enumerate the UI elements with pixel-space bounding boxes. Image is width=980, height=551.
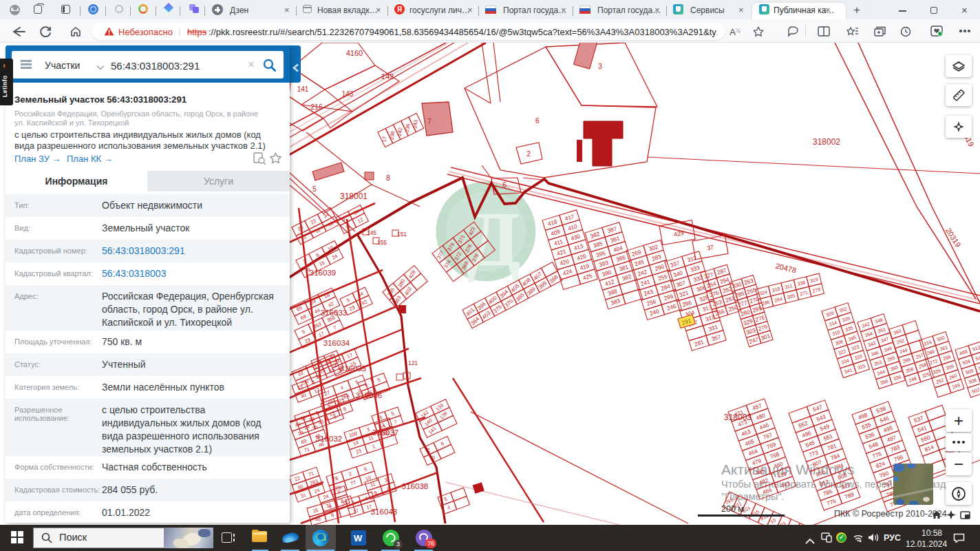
svg-text:361: 361 xyxy=(939,344,948,351)
svg-text:5: 5 xyxy=(376,377,381,384)
svg-text:814: 814 xyxy=(924,444,935,453)
svg-text:255: 255 xyxy=(657,273,668,282)
svg-text:24: 24 xyxy=(322,493,330,501)
svg-text:768: 768 xyxy=(769,451,780,460)
svg-text:385: 385 xyxy=(593,240,604,249)
svg-text:794: 794 xyxy=(833,462,844,471)
svg-text:547: 547 xyxy=(812,404,823,413)
svg-text:24: 24 xyxy=(313,487,321,495)
svg-text:33: 33 xyxy=(308,415,316,423)
svg-text:463: 463 xyxy=(741,428,752,437)
svg-text:314: 314 xyxy=(829,320,838,326)
svg-text:238: 238 xyxy=(389,131,396,140)
svg-text:339: 339 xyxy=(842,315,851,322)
svg-text:781: 781 xyxy=(827,443,838,452)
svg-text:265: 265 xyxy=(746,287,757,295)
svg-text:40: 40 xyxy=(299,392,307,399)
svg-text:236: 236 xyxy=(404,123,411,132)
svg-text:509: 509 xyxy=(965,368,974,375)
svg-text:318003: 318003 xyxy=(724,413,752,422)
svg-text:357: 357 xyxy=(711,334,722,343)
svg-text:240: 240 xyxy=(649,308,660,317)
svg-text:466: 466 xyxy=(762,487,773,496)
svg-text:249: 249 xyxy=(952,382,961,389)
svg-text:289: 289 xyxy=(926,349,935,355)
svg-text:326: 326 xyxy=(933,368,941,375)
svg-text:31: 31 xyxy=(299,492,307,499)
svg-text:786: 786 xyxy=(822,488,833,497)
svg-text:34: 34 xyxy=(352,208,360,216)
svg-text:308: 308 xyxy=(835,339,844,346)
svg-text:545: 545 xyxy=(805,439,816,448)
svg-text:34: 34 xyxy=(322,211,330,220)
svg-text:268: 268 xyxy=(942,354,951,361)
svg-text:121: 121 xyxy=(408,360,418,366)
svg-text:4: 4 xyxy=(447,504,451,511)
svg-text:142: 142 xyxy=(381,72,394,81)
svg-text:382: 382 xyxy=(590,231,601,240)
svg-text:8: 8 xyxy=(386,174,390,182)
svg-text:242: 242 xyxy=(396,127,403,136)
svg-text:390: 390 xyxy=(601,269,612,278)
svg-text:5: 5 xyxy=(301,329,306,335)
svg-text:321: 321 xyxy=(679,289,690,298)
svg-text:546: 546 xyxy=(879,415,890,424)
svg-text:285: 285 xyxy=(734,290,745,299)
svg-text:496: 496 xyxy=(801,430,812,439)
svg-text:425: 425 xyxy=(582,273,593,282)
svg-text:495: 495 xyxy=(882,425,893,434)
svg-text:424: 424 xyxy=(562,268,573,277)
svg-text:6: 6 xyxy=(535,116,540,125)
svg-text:421: 421 xyxy=(556,248,567,257)
svg-text:216: 216 xyxy=(310,103,323,111)
svg-text:42: 42 xyxy=(361,298,368,306)
svg-text:4: 4 xyxy=(339,384,344,391)
svg-text:316038: 316038 xyxy=(402,482,428,490)
svg-text:316039: 316039 xyxy=(310,269,336,277)
svg-text:300: 300 xyxy=(936,335,945,342)
svg-text:145: 145 xyxy=(367,229,376,236)
svg-text:381: 381 xyxy=(619,264,630,273)
svg-text:497: 497 xyxy=(886,435,897,444)
svg-text:316: 316 xyxy=(923,340,932,346)
svg-text:305: 305 xyxy=(787,293,796,300)
svg-text:374: 374 xyxy=(443,259,452,269)
svg-text:419: 419 xyxy=(579,262,590,271)
svg-text:260: 260 xyxy=(948,373,957,380)
svg-text:269: 269 xyxy=(631,249,642,258)
svg-text:548: 548 xyxy=(868,441,879,450)
svg-text:335: 335 xyxy=(844,325,853,332)
svg-text:342: 342 xyxy=(861,322,870,329)
svg-text:808: 808 xyxy=(837,472,848,481)
svg-text:24: 24 xyxy=(331,253,339,261)
svg-text:5: 5 xyxy=(312,185,317,193)
svg-text:333: 333 xyxy=(690,264,701,273)
svg-text:787: 787 xyxy=(882,480,893,489)
svg-text:244: 244 xyxy=(899,347,908,354)
svg-text:20478: 20478 xyxy=(775,262,798,275)
svg-text:812: 812 xyxy=(819,479,830,488)
svg-text:316036: 316036 xyxy=(356,391,382,399)
svg-text:460: 460 xyxy=(773,461,784,470)
svg-text:378: 378 xyxy=(471,253,480,263)
svg-text:341: 341 xyxy=(844,367,853,374)
svg-text:391: 391 xyxy=(610,235,621,244)
svg-text:337: 337 xyxy=(670,260,681,269)
svg-text:482: 482 xyxy=(758,477,769,486)
svg-text:356: 356 xyxy=(880,378,888,385)
svg-text:17: 17 xyxy=(313,386,321,394)
svg-text:426: 426 xyxy=(576,253,587,262)
svg-text:2: 2 xyxy=(426,446,431,453)
svg-text:355: 355 xyxy=(886,355,895,362)
svg-text:266: 266 xyxy=(714,308,725,317)
svg-text:510: 510 xyxy=(975,354,980,361)
svg-text:331: 331 xyxy=(707,324,718,333)
svg-text:256: 256 xyxy=(646,298,657,307)
svg-text:775: 775 xyxy=(871,450,882,459)
svg-text:790: 790 xyxy=(879,470,890,479)
svg-text:247: 247 xyxy=(748,336,759,345)
svg-text:11: 11 xyxy=(370,481,376,488)
svg-text:241: 241 xyxy=(640,278,651,287)
svg-text:310: 310 xyxy=(831,329,840,336)
svg-text:15: 15 xyxy=(318,260,326,268)
